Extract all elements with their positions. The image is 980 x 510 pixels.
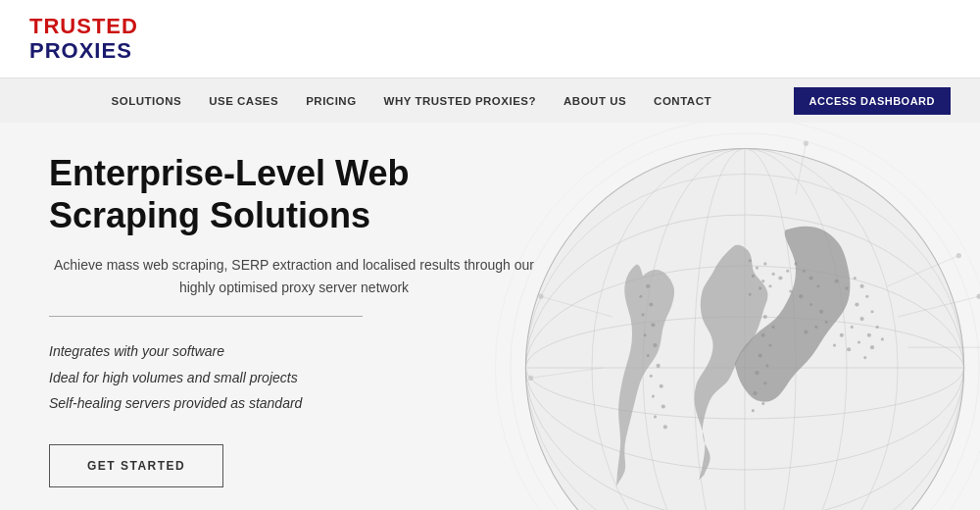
svg-point-65 [639,295,642,298]
svg-point-74 [660,384,663,388]
svg-point-34 [804,331,808,334]
svg-point-54 [772,326,775,329]
svg-point-26 [809,276,813,280]
feature-3: Self-healing servers provided as standar… [49,390,539,417]
hero-title: Enterprise-Level Web Scraping Solutions [49,152,519,236]
svg-point-64 [646,284,650,288]
navbar: SOLUTIONS USE CASES PRICING WHY TRUSTED … [0,78,980,123]
globe-graphic [490,123,980,510]
svg-point-24 [794,262,797,265]
svg-point-42 [860,317,864,321]
svg-point-29 [799,294,803,298]
svg-point-30 [809,303,812,306]
svg-point-16 [752,275,755,278]
svg-point-73 [650,375,653,378]
feature-2: Ideal for high volumes and small project… [49,365,539,391]
svg-point-38 [860,284,864,288]
svg-point-22 [778,276,782,280]
svg-point-19 [768,284,771,287]
hero-section: Enterprise-Level Web Scraping Solutions … [0,123,980,510]
svg-point-59 [755,371,759,375]
nav-why[interactable]: WHY TRUSTED PROXIES? [372,95,548,107]
logo-line2: PROXIES [29,39,138,63]
svg-point-77 [654,415,657,418]
svg-point-43 [851,326,854,329]
svg-point-57 [759,353,762,357]
svg-point-51 [870,345,874,349]
svg-point-58 [765,364,768,367]
svg-point-62 [761,402,764,405]
svg-point-25 [803,270,806,273]
feature-1: Integrates with your software [49,338,539,365]
svg-point-85 [977,294,980,299]
svg-point-37 [854,277,857,280]
svg-point-60 [763,382,766,384]
svg-point-31 [819,310,823,314]
svg-point-56 [768,344,771,347]
svg-point-44 [840,333,844,337]
svg-point-50 [881,337,884,340]
hero-divider [49,316,363,317]
svg-point-32 [825,321,828,324]
svg-point-14 [756,267,759,270]
svg-point-61 [753,391,757,395]
svg-point-20 [759,286,761,289]
svg-point-41 [870,310,873,313]
svg-point-36 [845,286,848,289]
svg-point-18 [772,273,775,276]
svg-point-71 [647,354,650,357]
svg-point-40 [855,302,858,306]
svg-point-78 [663,425,667,429]
nav-contact[interactable]: CONTACT [642,95,723,107]
svg-point-70 [653,343,657,347]
svg-point-33 [814,326,817,329]
nav-solutions[interactable]: SOLUTIONS [100,95,194,107]
nav-links: SOLUTIONS USE CASES PRICING WHY TRUSTED … [29,95,794,107]
get-started-button[interactable]: GET STARTED [49,444,223,487]
svg-point-89 [538,294,543,299]
svg-point-47 [858,340,860,343]
svg-point-46 [847,347,851,351]
nav-pricing[interactable]: PRICING [294,95,368,107]
logo: TRUSTED PROXIES [29,15,138,62]
svg-point-69 [644,333,647,336]
svg-point-52 [863,356,866,359]
svg-point-35 [835,280,839,283]
svg-point-17 [761,280,764,282]
svg-point-75 [652,395,655,398]
svg-point-55 [761,333,765,337]
svg-point-45 [833,344,836,347]
svg-point-27 [816,284,819,287]
nav-use-cases[interactable]: USE CASES [197,95,290,107]
svg-point-13 [749,259,752,262]
svg-point-48 [867,333,871,337]
svg-point-49 [876,326,879,329]
hero-features: Integrates with your software Ideal for … [49,338,539,417]
svg-point-87 [956,253,961,258]
svg-point-28 [789,289,792,292]
svg-point-53 [763,315,767,319]
svg-point-67 [641,313,644,316]
svg-point-72 [657,364,661,368]
logo-line1: TRUSTED [29,15,138,38]
svg-point-21 [749,293,752,296]
svg-point-76 [662,404,665,408]
svg-point-15 [763,262,766,265]
svg-point-63 [752,409,755,412]
svg-point-68 [651,323,655,327]
header: TRUSTED PROXIES [0,0,980,78]
svg-point-88 [804,141,808,146]
nav-about[interactable]: ABOUT US [552,95,638,107]
svg-point-66 [649,302,653,306]
hero-subtitle: Achieve mass web scraping, SERP extracti… [49,254,539,298]
hero-content: Enterprise-Level Web Scraping Solutions … [49,152,539,487]
svg-point-23 [786,270,789,273]
svg-point-39 [865,295,868,298]
access-dashboard-button[interactable]: ACCESS DASHBOARD [794,87,951,115]
